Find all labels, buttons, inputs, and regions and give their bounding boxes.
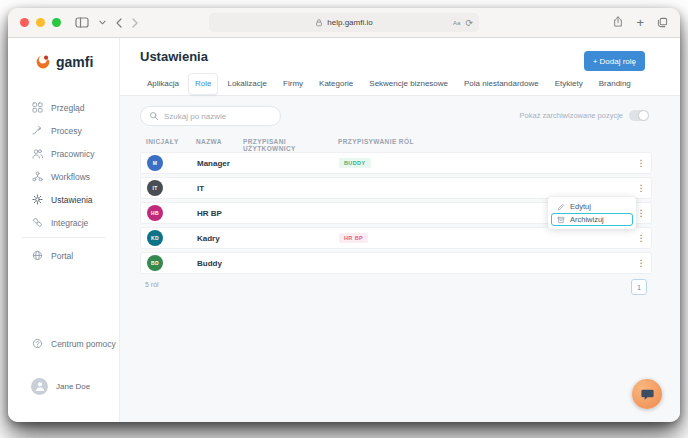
- tab-etykiety[interactable]: Etykiety: [548, 73, 590, 95]
- row-menu-icon[interactable]: ⋮: [629, 184, 653, 193]
- sidebar-item-label: Centrum pomocy: [51, 339, 116, 349]
- url-text: help.gamfi.io: [327, 18, 372, 27]
- tab-aplikacja[interactable]: Aplikacja: [140, 73, 186, 95]
- grid-icon: [32, 102, 43, 113]
- table-row: KD Kadry HR BP ⋮: [140, 227, 652, 249]
- tab-lokalizacje[interactable]: Lokalizacje: [220, 73, 274, 95]
- row-count-summary: 5 ról: [145, 281, 159, 288]
- address-bar[interactable]: help.gamfi.io Aa ⟳: [209, 13, 479, 32]
- archived-toggle-label: Pokaż zarchiwizowane pozycje: [520, 111, 623, 120]
- tab-firmy[interactable]: Firmy: [276, 73, 310, 95]
- role-avatar: KD: [147, 230, 163, 246]
- share-icon[interactable]: [613, 14, 623, 32]
- user-name: Jane Doe: [56, 382, 90, 391]
- chevron-down-icon[interactable]: [99, 20, 106, 25]
- role-avatar: M: [147, 155, 163, 171]
- sidebar-item-integracje[interactable]: Integracje: [8, 211, 119, 234]
- sidebar-toggle-icon[interactable]: [75, 17, 89, 28]
- workflow-icon: [32, 171, 43, 182]
- sidebar-item-workflows[interactable]: Workflows: [8, 165, 119, 188]
- archived-filter: Pokaż zarchiwizowane pozycje: [520, 110, 649, 121]
- gamfi-logo: gamfi: [35, 54, 93, 70]
- sidebar-nav: Przegląd Procesy Pracownicy Workflows Us…: [8, 96, 119, 234]
- column-przypisani-uzytkownicy: PRZYPISANI UŻYTKOWNICY: [243, 138, 338, 152]
- table-row: BD Buddy ⋮: [140, 252, 652, 274]
- tab-role[interactable]: Role: [188, 73, 218, 95]
- menu-item-archiwizuj[interactable]: Archiwizuj: [551, 213, 633, 226]
- user-profile[interactable]: Jane Doe: [8, 374, 119, 398]
- window-controls: [20, 18, 61, 27]
- chat-widget-button[interactable]: [632, 379, 662, 409]
- gamfi-logo-icon: [35, 54, 51, 70]
- page-title: Ustawienia: [140, 49, 208, 64]
- role-avatar: IT: [147, 180, 163, 196]
- sidebar-item-procesy[interactable]: Procesy: [8, 119, 119, 142]
- sidebar-item-label: Workflows: [51, 172, 90, 182]
- menu-item-label: Archiwizuj: [570, 215, 604, 224]
- lock-icon: [315, 18, 323, 28]
- sidebar-item-label: Integracje: [51, 218, 88, 228]
- pagination-page-1[interactable]: 1: [631, 279, 647, 295]
- close-window-button[interactable]: [20, 18, 29, 27]
- gear-icon: [32, 194, 43, 205]
- tab-kategorie[interactable]: Kategorie: [312, 73, 360, 95]
- archived-toggle[interactable]: [629, 110, 649, 121]
- search-icon: [149, 111, 159, 121]
- menu-item-edytuj[interactable]: Edytuj: [551, 200, 633, 213]
- minimize-window-button[interactable]: [36, 18, 45, 27]
- app-frame: gamfi Przegląd Procesy Pracownicy Work: [8, 38, 680, 422]
- role-name: Kadry: [197, 234, 244, 243]
- sidebar-item-label: Przegląd: [51, 103, 85, 113]
- sidebar-item-label: Ustawienia: [51, 195, 93, 205]
- menu-item-label: Edytuj: [570, 202, 591, 211]
- row-menu-icon[interactable]: ⋮: [629, 234, 653, 243]
- logo-wordmark: gamfi: [56, 54, 93, 70]
- browser-toolbar: help.gamfi.io Aa ⟳ +: [8, 8, 680, 38]
- translate-icon[interactable]: Aa: [453, 20, 460, 26]
- sidebar-item-label: Portal: [51, 251, 73, 261]
- tab-pola-niestandardowe[interactable]: Pola niestandardowe: [457, 73, 546, 95]
- add-role-button[interactable]: + Dodaj rolę: [584, 51, 645, 71]
- column-nazwa: NAZWA: [196, 138, 243, 152]
- page-header: Ustawienia + Dodaj rolę Aplikacja Role L…: [120, 38, 680, 96]
- person-icon: [34, 380, 46, 392]
- sidebar-item-pracownicy[interactable]: Pracownicy: [8, 142, 119, 165]
- table-row: IT IT ⋮: [140, 177, 652, 199]
- people-icon: [32, 148, 43, 159]
- archive-icon: [557, 216, 565, 224]
- toggle-knob: [639, 111, 648, 120]
- browser-window: help.gamfi.io Aa ⟳ + gamfi: [8, 8, 680, 422]
- back-button[interactable]: [116, 18, 122, 28]
- sidebar-item-centrum-pomocy[interactable]: Centrum pomocy: [8, 332, 119, 355]
- row-menu-icon[interactable]: ⋮: [629, 259, 653, 268]
- chat-bubble-icon: [640, 387, 655, 402]
- sidebar-item-przeglad[interactable]: Przegląd: [8, 96, 119, 119]
- help-icon: [32, 338, 43, 349]
- column-przypisywanie-rol: PRZYPISYWANIE RÓL: [338, 138, 628, 152]
- avatar: [31, 378, 48, 395]
- row-context-menu: Edytuj Archiwizuj: [548, 197, 636, 229]
- forward-button[interactable]: [132, 18, 138, 28]
- tab-branding[interactable]: Branding: [592, 73, 638, 95]
- search-box: [140, 106, 281, 126]
- reload-icon[interactable]: ⟳: [465, 18, 473, 28]
- role-name: HR BP: [197, 209, 244, 218]
- tabs-overview-icon[interactable]: [657, 14, 668, 32]
- sidebar-item-portal[interactable]: Portal: [8, 244, 119, 267]
- search-input[interactable]: [164, 112, 272, 121]
- sidebar-divider: [22, 237, 105, 238]
- role-name: Buddy: [197, 259, 244, 268]
- sidebar-item-label: Pracownicy: [51, 149, 94, 159]
- zoom-window-button[interactable]: [52, 18, 61, 27]
- tab-sekwencje-biznesowe[interactable]: Sekwencje biznesowe: [362, 73, 455, 95]
- role-avatar: BD: [147, 255, 163, 271]
- role-badge: BUDDY: [339, 158, 371, 168]
- role-name: Manager: [197, 159, 244, 168]
- new-tab-icon[interactable]: +: [636, 16, 644, 29]
- settings-tabs: Aplikacja Role Lokalizacje Firmy Kategor…: [140, 73, 638, 95]
- flow-icon: [32, 125, 43, 136]
- row-menu-icon[interactable]: ⋮: [629, 159, 653, 168]
- sidebar-item-label: Procesy: [51, 126, 82, 136]
- column-inicjaly: INICJAŁY: [146, 138, 196, 152]
- sidebar-item-ustawienia[interactable]: Ustawienia: [8, 188, 119, 211]
